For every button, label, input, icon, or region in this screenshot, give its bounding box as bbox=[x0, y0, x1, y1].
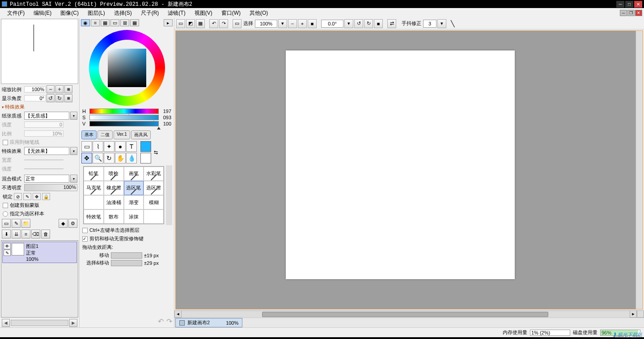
tool-hand[interactable]: ✋ bbox=[115, 153, 126, 163]
brush-bucket[interactable]: 油漆桶 bbox=[104, 195, 124, 209]
zoom-reset-button[interactable]: ■ bbox=[64, 85, 72, 93]
brush-fx[interactable]: 特效笔 bbox=[84, 209, 104, 224]
layer-list[interactable]: 👁 ✎ 图层1 正常 100% bbox=[1, 240, 78, 318]
color-options-button[interactable]: ▸ bbox=[164, 19, 173, 26]
tool-zoom[interactable]: 🔍 bbox=[93, 153, 103, 163]
tb-redo[interactable]: ↷ bbox=[219, 19, 228, 28]
brush-empty1[interactable] bbox=[84, 195, 104, 209]
ctrl-click-checkbox[interactable] bbox=[82, 228, 88, 233]
tb-zoom-fit[interactable]: ■ bbox=[308, 19, 317, 28]
blend-mode-dropdown[interactable]: 正常 bbox=[24, 175, 69, 183]
brush-brush[interactable]: 画笔 bbox=[124, 167, 144, 181]
tb-zoom-dd[interactable]: ▾ bbox=[278, 19, 287, 28]
foreground-color[interactable] bbox=[140, 141, 151, 152]
minimize-button[interactable]: ─ bbox=[616, 1, 624, 8]
tool-eyedropper[interactable]: 💧 bbox=[126, 153, 137, 163]
clear-layer-button[interactable]: ⌫ bbox=[31, 230, 40, 239]
merge-down-button[interactable]: ⇊ bbox=[12, 230, 21, 239]
blend-mode-arrow[interactable]: ▾ bbox=[70, 175, 77, 183]
tb-stabilizer-field[interactable] bbox=[423, 20, 436, 28]
effect-dropdown[interactable]: 【无效果】 bbox=[24, 147, 69, 155]
tooltab-paint[interactable]: 画具风 bbox=[131, 130, 151, 139]
layer-settings-button[interactable]: ⚙ bbox=[68, 219, 77, 228]
layer-visibility-icon[interactable]: 👁 bbox=[4, 243, 11, 249]
menu-filter[interactable]: 滤镜(T) bbox=[163, 8, 190, 18]
doc-minimize-button[interactable]: ─ bbox=[620, 10, 627, 16]
background-color[interactable] bbox=[140, 153, 151, 163]
tool-magic-wand[interactable]: ✦ bbox=[104, 141, 114, 152]
brush-eraser[interactable]: 橡皮擦 bbox=[104, 181, 124, 195]
move-slider[interactable] bbox=[111, 252, 142, 259]
new-folder-button[interactable]: 📁 bbox=[21, 219, 30, 228]
zoom-out-button[interactable]: − bbox=[47, 85, 55, 93]
tb-zoom-field[interactable] bbox=[255, 20, 277, 28]
brush-airbrush[interactable]: 喷枪 bbox=[104, 167, 124, 181]
layer-hscroll[interactable] bbox=[11, 320, 68, 326]
tooltab-basic[interactable]: 基本 bbox=[81, 130, 97, 139]
tb-line-icon[interactable]: ╲ bbox=[451, 20, 454, 27]
tb-select-icon[interactable]: ▭ bbox=[233, 19, 242, 28]
lock-position-icon[interactable]: ✥ bbox=[33, 193, 41, 200]
hscroll-left[interactable]: ◄ bbox=[174, 310, 182, 318]
val-value[interactable]: 100 bbox=[161, 121, 171, 126]
horizontal-scrollbar[interactable] bbox=[182, 310, 630, 318]
delete-layer-button[interactable]: 🗑 bbox=[41, 230, 50, 239]
opacity-slider[interactable]: 100% bbox=[24, 184, 77, 191]
color-rgb-mode[interactable]: ≡ bbox=[91, 19, 100, 26]
tb-invert[interactable]: ◩ bbox=[186, 19, 195, 28]
vertical-scrollbar[interactable] bbox=[636, 31, 643, 309]
menu-file[interactable]: 文件(F) bbox=[3, 8, 29, 18]
hue-value[interactable]: 197 bbox=[161, 109, 171, 114]
brush-smudge[interactable]: 涂抹 bbox=[124, 209, 144, 224]
menu-select[interactable]: 选择(S) bbox=[110, 8, 136, 18]
tool-lasso[interactable]: ⌇ bbox=[93, 141, 103, 152]
color-swatches-mode[interactable]: ⊞ bbox=[120, 19, 129, 26]
close-button[interactable]: ✕ bbox=[634, 1, 642, 8]
sat-slider[interactable] bbox=[89, 115, 159, 120]
redo-icon[interactable]: ↷ bbox=[166, 317, 172, 326]
layer-thumbnail[interactable] bbox=[12, 243, 24, 255]
val-slider[interactable] bbox=[89, 121, 159, 126]
maximize-button[interactable]: □ bbox=[625, 1, 633, 8]
tb-flip-h[interactable]: ⇄ bbox=[387, 19, 396, 28]
tb-rotate-dd[interactable]: ▾ bbox=[344, 19, 353, 28]
zoom-value[interactable]: 100% bbox=[24, 86, 46, 92]
tb-zoom-out[interactable]: − bbox=[288, 19, 297, 28]
layer-edit-icon[interactable]: ✎ bbox=[4, 250, 11, 256]
brush-scrollbar[interactable] bbox=[166, 165, 172, 225]
layer-item[interactable]: 👁 ✎ 图层1 正常 100% bbox=[2, 242, 77, 263]
rotate-cw-button[interactable]: ↻ bbox=[55, 94, 64, 102]
tool-shape[interactable]: ● bbox=[115, 141, 126, 152]
rotate-ccw-button[interactable]: ↺ bbox=[47, 94, 55, 102]
sample-radio[interactable] bbox=[3, 211, 8, 217]
layer-scroll-left[interactable]: ◄ bbox=[2, 319, 10, 327]
canvas[interactable] bbox=[176, 31, 636, 309]
tb-show-sel[interactable]: ▦ bbox=[196, 19, 205, 28]
new-layer-button[interactable]: ▭ bbox=[2, 219, 11, 228]
tb-zoom-in[interactable]: + bbox=[298, 19, 307, 28]
tb-rotate-field[interactable] bbox=[321, 20, 343, 28]
transfer-down-button[interactable]: ⬇ bbox=[2, 230, 11, 239]
menu-view[interactable]: 视图(V) bbox=[190, 8, 217, 18]
brush-gradient[interactable]: 渐变 bbox=[124, 195, 144, 209]
color-scratchpad-mode[interactable]: ▦ bbox=[130, 19, 139, 26]
tb-stabilizer-dd[interactable]: ▾ bbox=[437, 19, 446, 28]
color-gray-mode[interactable]: ▭ bbox=[110, 19, 119, 26]
menu-image[interactable]: 图像(C) bbox=[56, 8, 83, 18]
paper-dropdown[interactable]: 【无质感】 bbox=[24, 112, 69, 120]
menu-ruler[interactable]: 尺子(R) bbox=[136, 8, 164, 18]
layer-mask-button[interactable]: ◆ bbox=[59, 219, 68, 228]
brush-empty2[interactable] bbox=[144, 209, 164, 224]
color-hsv-mode[interactable]: ▦ bbox=[101, 19, 110, 26]
doc-restore-button[interactable]: ❐ bbox=[627, 10, 635, 16]
navigator[interactable] bbox=[1, 19, 78, 84]
fx-header[interactable]: 特殊效果 bbox=[0, 103, 79, 111]
tool-move[interactable]: ✥ bbox=[81, 153, 92, 163]
paper-dropdown-arrow[interactable]: ▾ bbox=[70, 112, 77, 120]
lock-none-icon[interactable]: ⊘ bbox=[14, 193, 22, 200]
menu-layer[interactable]: 图层(L) bbox=[83, 8, 110, 18]
clip-checkbox[interactable] bbox=[3, 203, 8, 208]
selmove-slider[interactable] bbox=[111, 260, 142, 266]
angle-value[interactable]: 0° bbox=[24, 95, 46, 101]
brush-pencil[interactable]: 铅笔 bbox=[84, 167, 104, 181]
